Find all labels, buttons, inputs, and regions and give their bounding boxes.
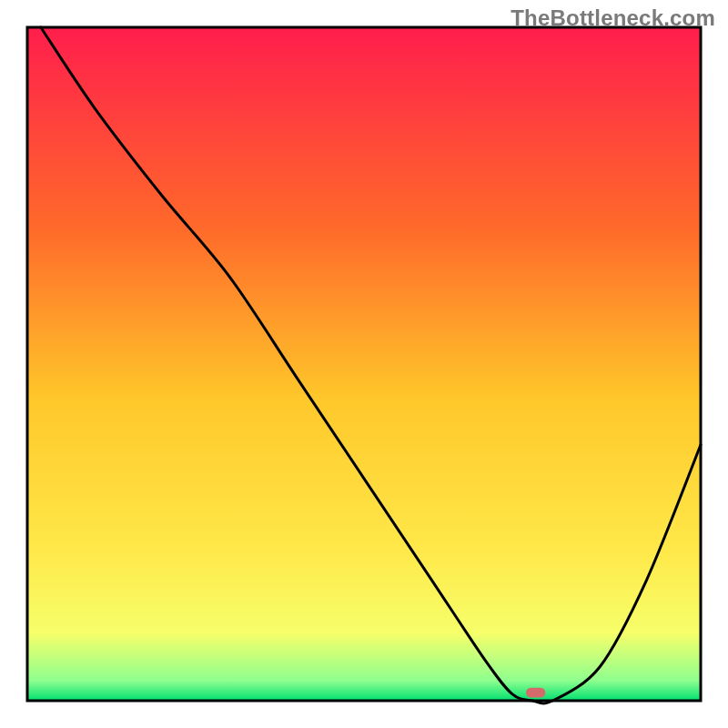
chart-svg — [0, 0, 728, 728]
selected-point-marker — [526, 688, 545, 698]
bottleneck-chart: TheBottleneck.com — [0, 0, 728, 728]
plot-background — [27, 27, 701, 701]
watermark-label: TheBottleneck.com — [511, 5, 715, 31]
